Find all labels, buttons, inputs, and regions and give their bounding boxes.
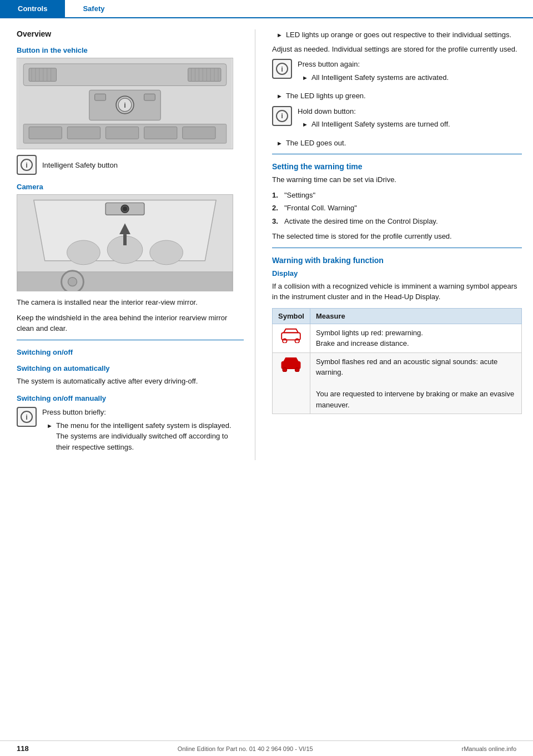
intelligent-safety-label-row: i Intelligent Safety button [17, 155, 244, 175]
step-3-text: Activate the desired time on the Control… [284, 216, 438, 227]
arrow-icon-led: ► [276, 31, 283, 40]
tab-controls[interactable]: Controls [0, 0, 65, 17]
svg-marker-48 [284, 357, 298, 361]
table-measure-1: Symbol lights up red: prewarning. Brake … [310, 324, 521, 352]
safety-icon-circle-again: i [276, 63, 288, 75]
camera-text2: Keep the windshield in the area behind t… [17, 313, 244, 334]
led-out-list: ► The LED goes out. [272, 138, 522, 149]
hold-down-block: i Hold down button: ► All Intelligent Sa… [272, 106, 522, 132]
table-row2-text2: You are requested to intervene by brakin… [316, 390, 514, 409]
camera-text1: The camera is installed near the interio… [17, 297, 244, 308]
page-footer: 118 Online Edition for Part no. 01 40 2 … [0, 740, 533, 756]
warning-time-title: Setting the warning time [272, 162, 522, 171]
table-row-2: Symbol flashes red and an acoustic signa… [273, 352, 522, 414]
svg-rect-25 [29, 127, 62, 139]
arrow-icon-green: ► [276, 92, 283, 101]
svg-point-49 [283, 367, 287, 371]
tab-controls-label: Controls [18, 4, 47, 13]
svg-rect-29 [183, 127, 215, 139]
press-again-label: Press button again: [298, 59, 522, 70]
arrow-icon-1: ► [47, 421, 53, 431]
led-bullet-text: LED lights up orange or goes out respect… [286, 29, 511, 41]
overview-title: Overview [17, 29, 244, 38]
switching-manual-title: Switching on/off manually [17, 394, 244, 402]
press-bullet-1: ► The menu for the intelligent safety sy… [47, 420, 244, 453]
press-safety-icon: i [17, 407, 37, 427]
led-out-text: The LED goes out. [286, 138, 346, 149]
warning-time-text: The warning time can be set via iDrive. [272, 174, 522, 185]
safety-icon-circle-hold: i [276, 110, 288, 122]
press-again-item: ► All Intelligent Safety systems are act… [302, 72, 522, 83]
main-content: Overview Button in the vehicle [0, 18, 533, 471]
hold-down-bullet-text: All Intelligent Safety systems are turne… [311, 119, 450, 130]
display-text: If a collision with a recognized vehicle… [272, 281, 522, 303]
svg-rect-40 [17, 272, 233, 291]
led-green-item: ► The LED lights up green. [272, 90, 522, 102]
led-green-list: ► The LED lights up green. [272, 90, 522, 102]
intelligent-safety-icon: i [17, 155, 37, 175]
svg-point-37 [150, 240, 183, 265]
arrow-icon-hold: ► [302, 120, 308, 129]
warning-table: Symbol Measure [272, 308, 522, 415]
svg-rect-28 [144, 127, 177, 139]
press-button-briefly-block: i Press button briefly: ► The menu for t… [17, 407, 244, 455]
table-measure-2: Symbol flashes red and an acoustic signa… [310, 352, 521, 414]
switching-auto-text: The system is automatically active after… [17, 376, 244, 387]
warning-step-2: 2. "Frontal Coll. Warning" [272, 203, 522, 214]
press-button-briefly-label: Press button briefly: [42, 407, 244, 418]
arrow-icon-again: ► [302, 73, 308, 83]
camera-image [17, 194, 233, 291]
header-tabs: Controls Safety [0, 0, 533, 18]
svg-point-34 [123, 206, 127, 211]
warning-step-1: 1. "Settings" [272, 190, 522, 201]
hold-down-text-col: Hold down button: ► All Intelligent Safe… [298, 106, 522, 132]
tab-safety-label: Safety [83, 4, 104, 13]
svg-text:i: i [124, 101, 126, 109]
tab-safety[interactable]: Safety [65, 0, 122, 17]
left-column: Overview Button in the vehicle [0, 29, 255, 460]
safety-icon-small: i [17, 407, 37, 427]
step-num-3: 3. [272, 216, 280, 227]
led-out-item: ► The LED goes out. [272, 138, 522, 149]
press-again-block: i Press button again: ► All Intelligent … [272, 59, 522, 85]
table-header-measure: Measure [310, 308, 521, 324]
svg-point-35 [67, 240, 100, 265]
safety-icon-hold: i [272, 106, 292, 126]
warning-step-3: 3. Activate the desired time on the Cont… [272, 216, 522, 227]
svg-rect-9 [188, 68, 221, 82]
hold-down-label: Hold down button: [298, 106, 522, 117]
press-again-icon-col: i [272, 59, 292, 79]
svg-rect-26 [67, 127, 100, 139]
vehicle-button-image: i [17, 58, 233, 149]
press-again-list: ► All Intelligent Safety systems are act… [302, 72, 522, 83]
safety-icon-press-again: i [272, 59, 292, 79]
press-again-bullet-text: All Intelligent Safety systems are activ… [311, 72, 449, 83]
button-in-vehicle-title: Button in the vehicle [17, 46, 244, 54]
camera-title: Camera [17, 183, 244, 191]
led-bullet-list: ► LED lights up orange or goes out respe… [272, 29, 522, 41]
table-row-1: Symbol lights up red: prewarning. Brake … [273, 324, 522, 352]
switching-title: Switching on/off [17, 348, 244, 356]
svg-rect-27 [105, 127, 138, 139]
svg-point-42 [68, 278, 77, 286]
adjust-text: Adjust as needed. Individual settings ar… [272, 44, 522, 55]
table-header-symbol: Symbol [273, 308, 310, 324]
hold-down-icon-col: i [272, 106, 292, 126]
step-num-1: 1. [272, 190, 280, 201]
led-bullet-item: ► LED lights up orange or goes out respe… [272, 29, 522, 41]
safety-icon-circle-small: i [21, 411, 33, 423]
safety-icon-circle: i [21, 159, 33, 171]
svg-rect-22 [95, 94, 106, 100]
table-symbol-1 [273, 324, 310, 352]
press-bullet-1-text: The menu for the intelligent safety syst… [56, 420, 244, 453]
right-column: ► LED lights up orange or goes out respe… [255, 29, 533, 460]
hold-down-list: ► All Intelligent Safety systems are tur… [302, 119, 522, 130]
warning-braking-title: Warning with braking function [272, 256, 522, 265]
led-green-text: The LED lights up green. [286, 90, 366, 102]
svg-point-50 [295, 367, 299, 371]
table-symbol-2 [273, 352, 310, 414]
site-text: rManuals online.info [462, 745, 516, 752]
svg-rect-39 [123, 234, 127, 245]
intelligent-safety-label: Intelligent Safety button [42, 161, 118, 169]
svg-marker-44 [284, 329, 298, 332]
